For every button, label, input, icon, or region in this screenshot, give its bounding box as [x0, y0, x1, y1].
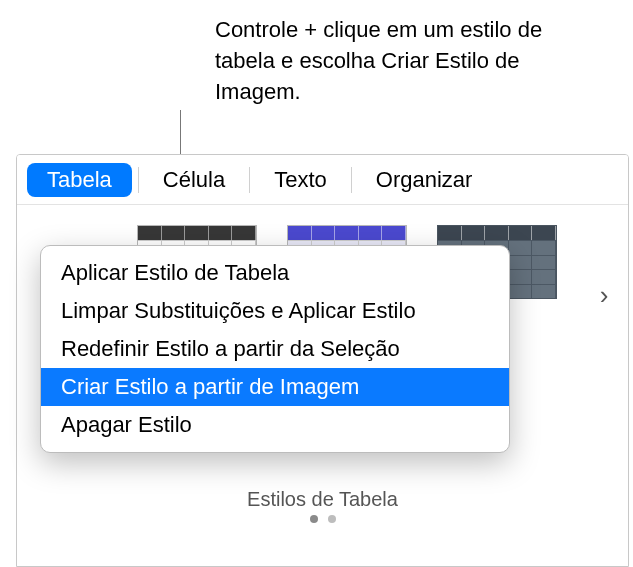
page-dot[interactable]	[328, 515, 336, 523]
menu-item-apply-style[interactable]: Aplicar Estilo de Tabela	[41, 254, 509, 292]
menu-item-redefine-style[interactable]: Redefinir Estilo a partir da Seleção	[41, 330, 509, 368]
section-title: Estilos de Tabela	[17, 488, 628, 511]
tab-bar: Tabela Célula Texto Organizar	[17, 155, 628, 205]
context-menu: Aplicar Estilo de Tabela Limpar Substitu…	[40, 245, 510, 453]
menu-item-delete-style[interactable]: Apagar Estilo	[41, 406, 509, 444]
menu-item-create-style-from-image[interactable]: Criar Estilo a partir de Imagem	[41, 368, 509, 406]
page-dot[interactable]	[310, 515, 318, 523]
next-page-arrow[interactable]: ›	[590, 270, 618, 320]
page-dots	[17, 515, 628, 523]
tab-tabela[interactable]: Tabela	[27, 163, 132, 197]
tab-texto[interactable]: Texto	[250, 155, 351, 204]
menu-item-clear-overrides[interactable]: Limpar Substituições e Aplicar Estilo	[41, 292, 509, 330]
chevron-right-icon: ›	[600, 280, 609, 311]
instruction-text: Controle + clique em um estilo de tabela…	[215, 15, 595, 107]
tab-organizar[interactable]: Organizar	[352, 155, 497, 204]
tab-celula[interactable]: Célula	[139, 155, 249, 204]
